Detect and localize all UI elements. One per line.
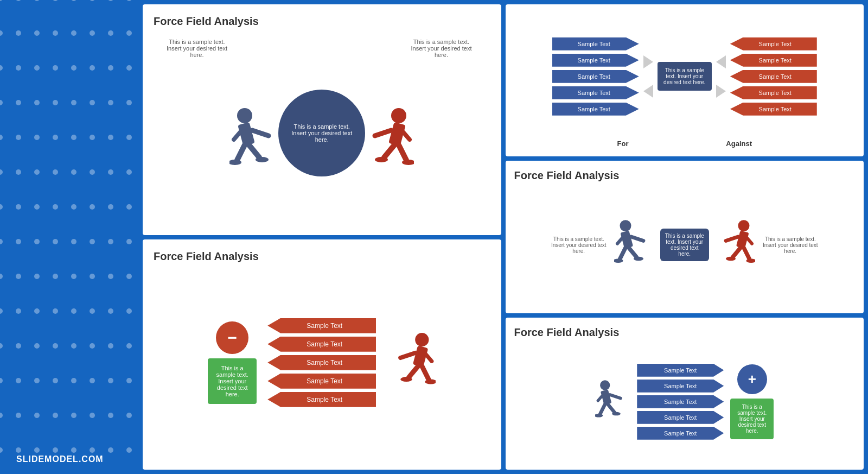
main-content: Force Field Analysis This is a sample te… [138,0,868,474]
against-label: Against [726,140,752,148]
svg-point-47 [400,377,412,382]
slide2-inner: Sample Text Sample Text Sample Text Samp… [514,13,856,148]
slide4-text-right: This is a sample text. Insert your desir… [761,236,820,254]
svg-point-8 [391,108,406,123]
blue-figure-1 [229,106,284,176]
svg-line-43 [426,354,432,361]
svg-line-13 [384,145,394,157]
slide-card-3: Force Field Analysis − This is a sample … [143,239,501,470]
svg-line-10 [375,130,391,136]
svg-point-30 [746,259,755,263]
slide3-body: − This is a sample text. Insert your des… [154,268,490,458]
svg-point-0 [237,108,252,123]
svg-point-16 [620,220,631,232]
arrow-blue-0: Sample Text [552,37,639,50]
gray-arrow-right [643,85,653,98]
slide-card-4: Force Field Analysis This is a sample te… [506,161,864,313]
minus-circle: − [216,321,248,354]
slide4-title: Force Field Analysis [514,169,856,182]
svg-line-18 [631,237,643,241]
svg-line-5 [249,145,259,157]
gray-arrows [643,55,653,98]
slide-card-5: Force Field Analysis Sample Text Sampl [506,318,864,470]
svg-line-34 [610,395,621,399]
red-figure-3 [387,330,436,395]
gray-arrow-r-bot [716,85,726,98]
svg-line-29 [733,248,741,257]
svg-line-36 [600,404,605,414]
red-figure-4 [714,218,755,272]
slide-card-1: Force Field Analysis This is a sample te… [143,4,501,235]
red-arrow-3-3: Sample Text [267,374,376,389]
svg-point-24 [738,220,749,232]
slide1-text-right: This is a sample text. Insert your desir… [409,39,474,58]
svg-point-32 [600,380,610,390]
arrow-blue-4: Sample Text [552,103,639,116]
red-arrow-3-0: Sample Text [267,318,376,333]
slide1-title: Force Field Analysis [154,15,490,28]
red-arrows-col: Sample Text Sample Text Sample Text Samp… [267,318,376,407]
blue-figure-5 [595,377,630,426]
svg-point-7 [256,157,269,162]
svg-line-27 [747,238,752,244]
red-arrow-3-2: Sample Text [267,355,376,370]
plus-circle: + [737,364,767,394]
arrow-red-3: Sample Text [730,86,817,99]
svg-point-39 [612,412,621,416]
blue-arrows-col: Sample Text Sample Text Sample Text Samp… [637,364,724,440]
gray-arrows-right [716,55,726,98]
slide4-body: This is a sample text. Insert your desir… [514,187,856,302]
plus-col: + This is a sample text. Insert your des… [730,364,774,439]
slide4-center-rect: This is a sample text. Insert your desir… [660,229,709,261]
svg-point-31 [726,257,736,261]
red-figure-1 [360,106,414,176]
svg-line-4 [237,145,245,160]
svg-line-45 [409,366,418,377]
right-column: Sample Text Sample Text Sample Text Samp… [506,4,864,470]
slide4-text-left: This is a sample text. Insert your desir… [549,236,609,254]
svg-line-2 [252,130,269,136]
gray-arrow-left [643,55,653,68]
red-arrow-3-1: Sample Text [267,337,376,352]
slide5-green-rect: This is a sample text. Insert your desir… [730,399,774,439]
svg-line-21 [629,248,636,257]
svg-line-3 [234,132,240,140]
blue-figure-4 [614,218,655,272]
blue-arrow-5-1: Sample Text [637,380,724,393]
gray-arrow-r-top [716,55,726,68]
svg-line-19 [617,238,622,244]
arrow-red-0: Sample Text [730,37,817,50]
arrow-red-2: Sample Text [730,70,817,83]
svg-line-28 [744,248,750,260]
arrow-blue-2: Sample Text [552,70,639,83]
slide3-green-rect: This is a sample text. Insert your desir… [208,358,257,404]
arrows-left: Sample Text Sample Text Sample Text Samp… [552,37,639,116]
dot-pattern: const dp = document.querySelector('.dot-… [0,0,138,474]
arrow-red-4: Sample Text [730,103,817,116]
arrow-red-1: Sample Text [730,54,817,67]
blue-arrow-5-2: Sample Text [637,395,724,408]
brand-label: SLIDEMODEL.COM [16,454,104,464]
red-arrow-3-4: Sample Text [267,392,376,407]
blue-arrow-5-4: Sample Text [637,427,724,440]
slide1-text-left: This is a sample text. Insert your desir… [164,39,229,58]
arrows-right: Sample Text Sample Text Sample Text Samp… [730,37,817,116]
svg-line-35 [598,396,602,401]
for-against-labels: For Against [514,140,856,148]
svg-line-42 [400,353,415,358]
slide2-center-rect: This is a sample text. Insert your desir… [658,62,712,91]
slide1-body: This is a sample text. Insert your desir… [154,33,490,223]
slide-card-2: Sample Text Sample Text Sample Text Samp… [506,4,864,156]
center-circle-1: This is a sample text. Insert your desir… [278,90,365,176]
blue-arrow-5-3: Sample Text [637,411,724,424]
for-label: For [617,140,629,148]
slide5-body: Sample Text Sample Text Sample Text Samp… [514,344,856,459]
svg-line-11 [403,132,410,140]
slide2-arrows-row: Sample Text Sample Text Sample Text Samp… [514,13,856,140]
svg-point-15 [375,157,388,162]
arrow-blue-3: Sample Text [552,86,639,99]
svg-line-12 [399,145,406,160]
slide5-title: Force Field Analysis [514,326,856,339]
minus-col: − This is a sample text. Insert your des… [208,321,257,404]
blue-arrow-5-0: Sample Text [637,364,724,377]
